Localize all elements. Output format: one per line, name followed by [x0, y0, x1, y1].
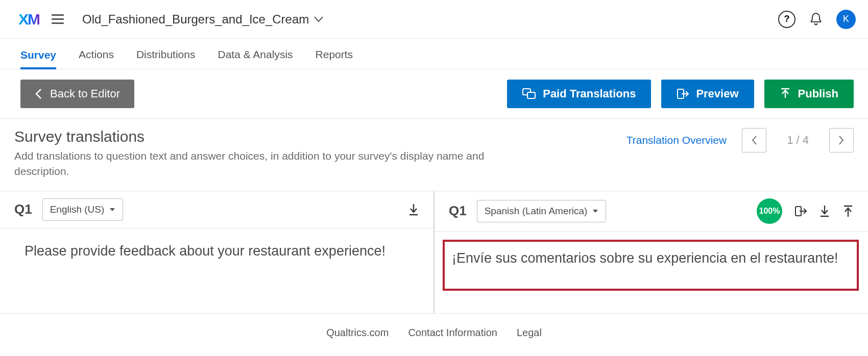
- notifications-bell-icon[interactable]: [809, 12, 823, 27]
- tab-reports[interactable]: Reports: [316, 48, 353, 69]
- export-icon: [677, 88, 689, 99]
- project-name[interactable]: Old_Fashioned_Burgers_and_Ice_Cream: [82, 12, 309, 27]
- help-icon[interactable]: ?: [778, 11, 795, 28]
- translation-panes: Q1 English (US) Please provide feedback …: [0, 191, 868, 314]
- tab-data-analysis[interactable]: Data & Analysis: [218, 48, 293, 69]
- tab-actions[interactable]: Actions: [79, 48, 114, 69]
- chevron-right-icon: [838, 135, 845, 146]
- footer-link-contact[interactable]: Contact Information: [408, 327, 497, 339]
- target-language-label: Spanish (Latin America): [485, 206, 588, 217]
- footer: Qualtrics.com Contact Information Legal: [0, 314, 868, 352]
- source-language-label: English (US): [50, 204, 105, 215]
- source-language-dropdown[interactable]: English (US): [42, 198, 124, 221]
- paid-translations-button[interactable]: Paid Translations: [507, 80, 651, 108]
- caret-down-icon: [592, 209, 598, 213]
- tab-distributions[interactable]: Distributions: [136, 48, 196, 69]
- translation-overview-link[interactable]: Translation Overview: [626, 134, 727, 146]
- pager-prev-button[interactable]: [742, 128, 766, 152]
- publish-button[interactable]: Publish: [764, 80, 854, 108]
- xm-logo: XM: [18, 11, 39, 28]
- target-language-dropdown[interactable]: Spanish (Latin America): [477, 200, 607, 222]
- source-question-text: Please provide feedback about your resta…: [25, 242, 413, 261]
- translation-percent-badge: 100%: [757, 198, 782, 224]
- target-export-icon[interactable]: [794, 205, 807, 217]
- target-upload-icon[interactable]: [842, 205, 854, 218]
- title-row: Survey translations Add translations to …: [0, 119, 868, 191]
- svg-rect-1: [527, 92, 535, 98]
- back-to-editor-label: Back to Editor: [50, 87, 120, 100]
- back-to-editor-button[interactable]: Back to Editor: [20, 80, 134, 108]
- translated-text-highlight: ¡Envíe sus comentarios sobre su experien…: [443, 240, 859, 291]
- tab-survey[interactable]: Survey: [20, 49, 56, 69]
- source-question-number: Q1: [14, 201, 32, 217]
- chevron-left-icon: [35, 88, 42, 99]
- target-question-number: Q1: [449, 203, 467, 219]
- source-pane: Q1 English (US) Please provide feedback …: [0, 191, 433, 313]
- preview-button[interactable]: Preview: [661, 80, 754, 108]
- page-title: Survey translations: [14, 128, 626, 145]
- preview-label: Preview: [696, 87, 738, 100]
- chevron-left-icon: [751, 135, 758, 146]
- user-avatar[interactable]: K: [836, 10, 856, 29]
- upload-icon: [780, 88, 791, 100]
- target-question-text[interactable]: ¡Envíe sus comentarios sobre su experien…: [452, 249, 849, 268]
- publish-label: Publish: [798, 87, 838, 100]
- hamburger-menu-icon[interactable]: [52, 14, 64, 24]
- footer-link-qualtrics[interactable]: Qualtrics.com: [326, 327, 389, 339]
- footer-link-legal[interactable]: Legal: [517, 327, 542, 339]
- main-tabs: Survey Actions Distributions Data & Anal…: [0, 39, 868, 69]
- target-pane: Q1 Spanish (Latin America) 100% ¡En: [435, 191, 868, 313]
- translate-icon: [522, 88, 536, 99]
- paid-translations-label: Paid Translations: [543, 87, 636, 100]
- top-bar: XM Old_Fashioned_Burgers_and_Ice_Cream ?…: [0, 0, 868, 39]
- caret-down-icon: [109, 208, 115, 212]
- page-subtitle: Add translations to question text and an…: [14, 148, 525, 180]
- project-dropdown-caret-icon[interactable]: [314, 16, 323, 22]
- source-download-icon[interactable]: [408, 203, 419, 216]
- page-count: 1 / 4: [777, 134, 819, 147]
- pager-next-button[interactable]: [829, 128, 854, 152]
- action-bar: Back to Editor Paid Translations Preview…: [0, 69, 868, 119]
- target-download-icon[interactable]: [819, 205, 830, 218]
